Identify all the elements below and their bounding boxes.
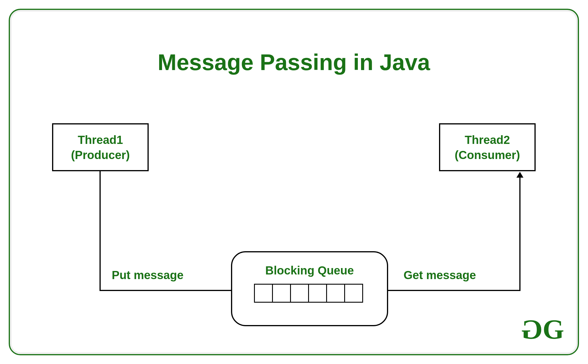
blocking-queue-box: Blocking Queue [231, 251, 388, 326]
brand-logo-icon: GG [523, 313, 562, 345]
put-message-label: Put message [112, 269, 184, 282]
get-arrow-head-icon [516, 172, 523, 178]
queue-cell [254, 284, 273, 303]
queue-cell [326, 284, 345, 303]
get-arrow-segment-vertical [519, 177, 521, 291]
queue-cell [344, 284, 363, 303]
thread1-producer-box: Thread1 (Producer) [52, 123, 149, 171]
thread2-consumer-box: Thread2 (Consumer) [439, 123, 536, 171]
get-message-label: Get message [404, 269, 476, 282]
thread1-role: (Producer) [71, 147, 130, 163]
diagram-title: Message Passing in Java [10, 49, 578, 76]
diagram-frame: Message Passing in Java Thread1 (Produce… [9, 9, 579, 355]
put-arrow-segment-horizontal [100, 290, 252, 291]
queue-cell [290, 284, 309, 303]
put-arrow-segment-vertical [100, 171, 101, 291]
queue-cell [272, 284, 291, 303]
queue-cell [308, 284, 327, 303]
thread2-name: Thread2 [465, 132, 510, 147]
queue-label: Blocking Queue [232, 264, 387, 277]
thread2-role: (Consumer) [455, 147, 520, 163]
queue-cells [254, 284, 363, 303]
get-arrow-segment-horizontal [366, 290, 521, 291]
thread1-name: Thread1 [78, 132, 123, 147]
